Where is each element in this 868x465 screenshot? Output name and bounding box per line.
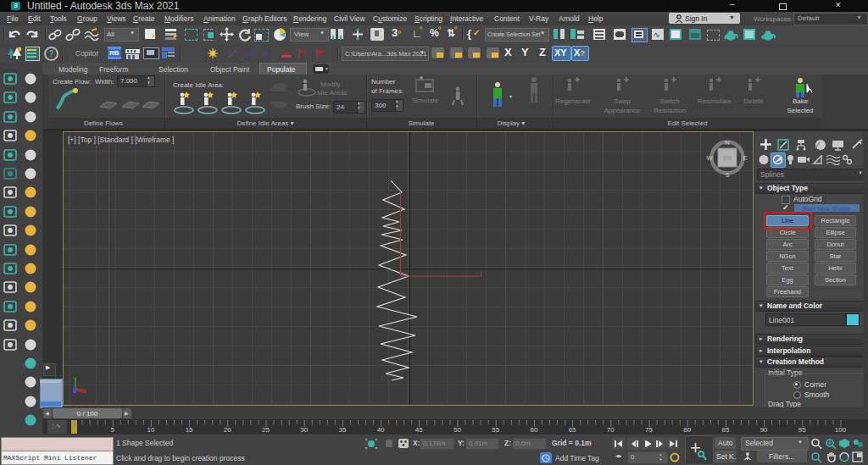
svg-text:25: 25 [262,426,270,434]
svg-text:65: 65 [569,426,576,434]
svg-text:20: 20 [224,426,231,434]
svg-text:60: 60 [530,426,537,434]
svg-text:40: 40 [377,426,385,434]
svg-text:15: 15 [186,426,193,434]
svg-text:75: 75 [645,426,653,434]
svg-text:W: W [706,154,713,162]
svg-text:95: 95 [798,426,806,434]
svg-text:E: E [743,154,747,162]
svg-text:45: 45 [415,426,423,434]
svg-text:70: 70 [607,426,615,434]
svg-text:N: N [725,139,729,147]
svg-text:10: 10 [147,426,154,434]
svg-text:S: S [725,171,729,179]
svg-text:50: 50 [453,426,461,434]
svg-text:Y: Y [73,376,77,382]
svg-text:85: 85 [721,426,729,434]
svg-text:90: 90 [760,426,768,434]
svg-text:35: 35 [338,426,346,434]
svg-text:80: 80 [683,426,691,434]
svg-text:55: 55 [492,426,499,434]
svg-text:30: 30 [300,426,308,434]
svg-text:100: 100 [835,426,847,434]
svg-text:5: 5 [110,426,114,434]
